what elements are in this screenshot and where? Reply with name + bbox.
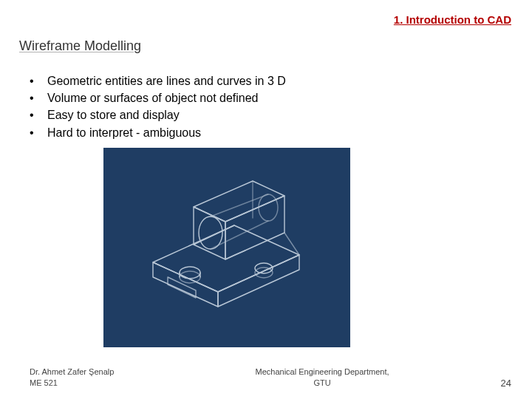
chapter-title: 1. Introduction to CAD: [394, 13, 511, 26]
list-item: Easy to store and display: [30, 106, 286, 123]
list-item: Geometric entities are lines and curves …: [30, 72, 286, 89]
footer-center: Mechanical Engineering Department, GTU: [163, 366, 482, 389]
wireframe-bracket-icon: [123, 166, 330, 329]
footer-institution: GTU: [163, 378, 482, 389]
footer-course: ME 521: [30, 378, 163, 389]
slide-title: Wireframe Modelling: [19, 38, 141, 54]
bullet-list: Geometric entities are lines and curves …: [30, 72, 286, 141]
list-item: Volume or surfaces of object not defined: [30, 89, 286, 106]
svg-point-5: [255, 267, 273, 278]
slide-footer: Dr. Ahmet Zafer Şenalp ME 521 Mechanical…: [0, 366, 532, 389]
svg-point-1: [259, 194, 278, 221]
list-item: Hard to interpret - ambiguous: [30, 124, 286, 141]
footer-department: Mechanical Engineering Department,: [163, 366, 482, 378]
wireframe-figure: [103, 148, 350, 347]
footer-page-number: 24: [482, 378, 511, 389]
footer-left: Dr. Ahmet Zafer Şenalp ME 521: [30, 366, 163, 389]
footer-author: Dr. Ahmet Zafer Şenalp: [30, 366, 163, 378]
